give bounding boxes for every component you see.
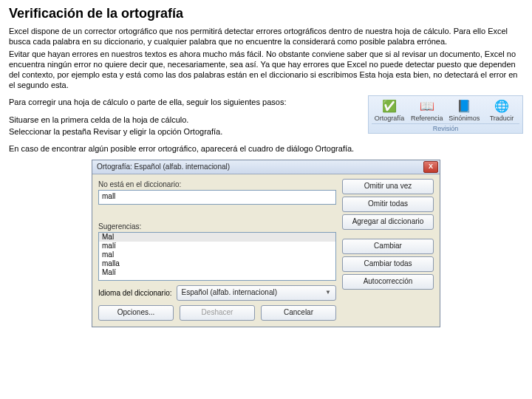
change-button[interactable]: Cambiar [342,239,434,254]
ribbon-label: Traducir [490,115,514,122]
list-item[interactable]: mal [99,250,335,259]
spellcheck-dialog: Ortografía: Español (alfab. internaciona… [92,160,440,327]
cancel-button[interactable]: Cancelar [261,305,336,321]
dialog-title: Ortografía: Español (alfab. internaciona… [97,163,230,171]
ignore-once-button[interactable]: Omitir una vez [342,179,434,194]
ribbon-label: Referencia [411,115,443,122]
step-item: Seleccionar la pestaña Revisar y eligir … [9,126,361,137]
not-in-dict-label: No está en el diccionario: [98,180,336,188]
ribbon-label: Sinónimos [449,115,480,122]
not-in-dict-input[interactable]: mall [98,190,336,205]
ribbon-group-label: Revisión [372,123,519,133]
suggestions-listbox[interactable]: Mal malí mal malla Malí [98,232,336,281]
spellcheck-icon: ✅ [379,98,400,115]
intro-block: Excel dispone de un corrector ortográfic… [9,26,523,91]
lang-select[interactable]: Español (alfab. internacional) ▼ [177,285,337,301]
add-to-dict-button[interactable]: Agregar al diccionario [342,214,434,230]
ribbon-btn-sinonimos[interactable]: 📘 Sinónimos [446,98,482,122]
list-item[interactable]: malí [99,242,335,250]
lang-label: Idioma del diccionario: [98,289,172,297]
ribbon-btn-ortografia[interactable]: ✅ Ortografía [372,98,407,122]
translate-icon: 🌐 [491,98,512,115]
ribbon-btn-traducir[interactable]: 🌐 Traducir [484,98,519,122]
autocorrect-button[interactable]: Autocorrección [342,274,434,290]
thesaurus-icon: 📘 [454,98,474,115]
ribbon-label: Ortografía [375,115,405,122]
undo-button[interactable]: Deshacer [180,305,255,321]
list-item[interactable]: malla [99,259,335,268]
ribbon-revision: ✅ Ortografía 📖 Referencia 📘 Sinónimos 🌐 … [368,95,523,134]
list-item[interactable]: Mal [99,233,335,242]
reference-icon: 📖 [417,98,437,115]
step-item: Situarse en la primera celda de la hoja … [9,115,361,125]
options-button[interactable]: Opciones... [98,305,174,321]
chevron-down-icon: ▼ [325,286,331,299]
dialog-titlebar: Ortografía: Español (alfab. internaciona… [92,160,440,174]
ignore-all-button[interactable]: Omitir todas [342,197,434,212]
intro-paragraph: Evitar que hayan errores en nuestros tex… [9,49,523,91]
conclusion-text: En caso de encontrar algún posible error… [9,143,523,154]
steps-intro: Para corregir una hoja de cálculo o part… [9,97,361,107]
page-title: Verificación de la ortografía [9,6,523,21]
suggestions-label: Sugerencias: [98,222,336,231]
close-icon[interactable]: X [423,161,438,173]
lang-value: Español (alfab. internacional) [182,286,278,299]
ribbon-btn-referencia[interactable]: 📖 Referencia [409,98,445,122]
intro-paragraph: Excel dispone de un corrector ortográfic… [9,26,523,47]
list-item[interactable]: Malí [99,268,335,277]
change-all-button[interactable]: Cambiar todas [342,256,434,272]
